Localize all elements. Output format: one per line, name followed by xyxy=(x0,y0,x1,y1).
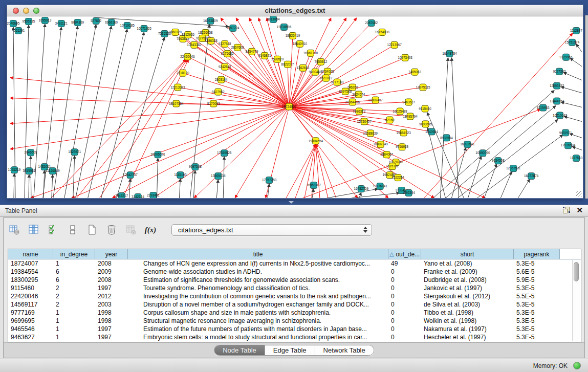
graph-node[interactable]: 10590090 xyxy=(475,150,490,157)
table-row[interactable]: 946362711997Embryonic stem cells: a mode… xyxy=(8,333,581,341)
graph-edge[interactable] xyxy=(424,33,573,198)
graph-node[interactable]: 16093541 xyxy=(460,141,475,148)
graph-node[interactable]: 11156869 xyxy=(46,168,60,174)
graph-edge[interactable] xyxy=(194,45,289,107)
graph-node[interactable]: 16648784 xyxy=(442,50,457,57)
graph-edge[interactable] xyxy=(183,73,289,107)
column-header-in_degree[interactable]: in_degree xyxy=(53,249,95,259)
panel-splitter[interactable] xyxy=(0,200,588,205)
graph-edge[interactable] xyxy=(445,106,556,198)
graph-edge[interactable] xyxy=(129,179,130,198)
graph-node[interactable]: 8694109 xyxy=(71,19,84,26)
graph-edge[interactable] xyxy=(458,119,558,198)
graph-node[interactable]: 3491121 xyxy=(55,20,68,27)
graph-edge[interactable] xyxy=(289,107,402,147)
graph-node[interactable]: 19654923 xyxy=(396,129,411,136)
graph-node[interactable]: 9115460 xyxy=(419,105,431,112)
graph-edge[interactable] xyxy=(157,158,158,198)
graph-node[interactable]: 16033809 xyxy=(203,17,218,24)
graph-node[interactable]: 2293481 xyxy=(147,192,160,198)
table-settings-button[interactable] xyxy=(8,223,21,236)
graph-node[interactable]: 2718120 xyxy=(177,70,189,76)
delete-table-button[interactable] xyxy=(124,223,138,236)
graph-edge[interactable] xyxy=(64,25,96,198)
graph-edge[interactable] xyxy=(73,156,75,198)
graph-node[interactable]: 1292344 xyxy=(402,190,415,196)
graph-node[interactable]: 10688639 xyxy=(363,130,378,137)
graph-node[interactable]: 7957224 xyxy=(227,25,239,31)
graph-edge[interactable] xyxy=(52,174,53,198)
graph-edge[interactable] xyxy=(433,91,555,198)
graph-node[interactable]: 7043217 xyxy=(115,193,128,198)
table-row[interactable]: 2242004622012Investigating the contribut… xyxy=(8,292,581,300)
graph-node[interactable]: 8170043 xyxy=(207,100,220,107)
graph-node[interactable]: 18640910 xyxy=(293,40,308,47)
close-panel-button[interactable]: ✕ xyxy=(576,207,583,214)
graph-node[interactable]: 2087682 xyxy=(365,19,378,26)
graph-edge[interactable] xyxy=(202,38,289,107)
table-row[interactable]: 1830029562008Estimation of significance … xyxy=(8,276,581,284)
graph-node[interactable]: 8822037 xyxy=(281,61,294,68)
graph-node[interactable]: 18325419 xyxy=(286,32,300,39)
graph-node[interactable]: 15751074 xyxy=(565,39,580,46)
graph-node[interactable]: 9756928 xyxy=(396,144,408,150)
graph-node[interactable]: 19218596 xyxy=(277,24,292,30)
graph-node[interactable]: 9699695 xyxy=(419,121,432,127)
window-resize-grip-icon[interactable] xyxy=(576,191,582,197)
graph-edge[interactable] xyxy=(268,184,269,198)
graph-node[interactable]: 16961758 xyxy=(303,50,318,56)
graph-edge[interactable] xyxy=(76,26,112,198)
table-selector[interactable]: citations_edges.txt xyxy=(171,224,372,236)
graph-node[interactable]: 10719185 xyxy=(120,22,135,29)
graph-node[interactable]: 2046609 xyxy=(24,149,37,156)
graph-node[interactable]: 9242848 xyxy=(219,63,231,70)
graph-edge[interactable] xyxy=(113,107,289,198)
graph-edge[interactable] xyxy=(194,107,289,198)
graph-node[interactable]: 8813054 xyxy=(267,16,280,23)
graph-edge[interactable] xyxy=(179,179,180,198)
table-row[interactable]: 1872400712008Changes of HCN gene express… xyxy=(8,259,581,268)
graph-edge[interactable] xyxy=(451,147,466,198)
graph-node[interactable]: 13505135 xyxy=(211,173,226,180)
graph-node[interactable]: 19136141 xyxy=(373,183,388,190)
graph-edge[interactable] xyxy=(518,179,530,198)
table-row[interactable]: 977716911998Corpus callosum shape and si… xyxy=(8,309,581,317)
graph-node[interactable]: 12213383 xyxy=(170,84,185,91)
scrollbar-thumb[interactable] xyxy=(574,262,579,281)
column-header-short[interactable]: short xyxy=(421,249,514,259)
graph-node[interactable]: 9684067 xyxy=(380,151,393,158)
graph-node[interactable]: 12093832 xyxy=(550,82,564,89)
delete-column-button[interactable] xyxy=(105,223,118,236)
graph-edge[interactable] xyxy=(100,59,187,198)
window-titlebar[interactable]: citations_edges.txt xyxy=(7,5,583,16)
graph-node[interactable]: 12342757 xyxy=(123,172,138,179)
graph-edge[interactable] xyxy=(352,193,400,198)
graph-edge[interactable] xyxy=(440,58,448,198)
graph-edge[interactable] xyxy=(14,173,14,198)
graph-node[interactable]: 9505135 xyxy=(23,18,35,25)
graph-edge[interactable] xyxy=(576,44,582,52)
graph-edge[interactable] xyxy=(561,102,582,107)
graph-node[interactable]: 10543382 xyxy=(187,41,202,48)
graph-node[interactable]: 16154808 xyxy=(375,29,390,35)
graph-node[interactable]: 19384554 xyxy=(309,138,323,144)
graph-node[interactable]: 6497568 xyxy=(339,88,352,95)
float-panel-button[interactable] xyxy=(563,207,570,214)
column-header-year[interactable]: year xyxy=(95,249,128,259)
graph-edge[interactable] xyxy=(468,156,481,198)
graph-node[interactable]: 1167533 xyxy=(570,155,583,162)
graph-node[interactable]: 1362615 xyxy=(297,64,310,71)
graph-edge[interactable] xyxy=(29,174,29,198)
table-row[interactable]: 946554611997Estimation of the future num… xyxy=(8,325,581,333)
graph-node[interactable]: 17016504 xyxy=(561,142,576,149)
network-canvas[interactable]: 2046695950513510550133491121869410945612… xyxy=(7,16,583,198)
graph-node[interactable]: 7986372 xyxy=(353,108,365,115)
graph-node[interactable]: 527602 xyxy=(91,17,102,24)
graph-edge[interactable] xyxy=(304,144,316,198)
graph-node[interactable]: 20206576 xyxy=(150,151,165,158)
graph-node[interactable]: 1145193 xyxy=(174,172,187,179)
graph-edge[interactable] xyxy=(561,87,582,93)
graph-node[interactable]: 6966160 xyxy=(105,19,118,26)
graph-node[interactable]: 3915931 xyxy=(23,168,36,174)
graph-node[interactable]: 6734028 xyxy=(321,68,334,75)
